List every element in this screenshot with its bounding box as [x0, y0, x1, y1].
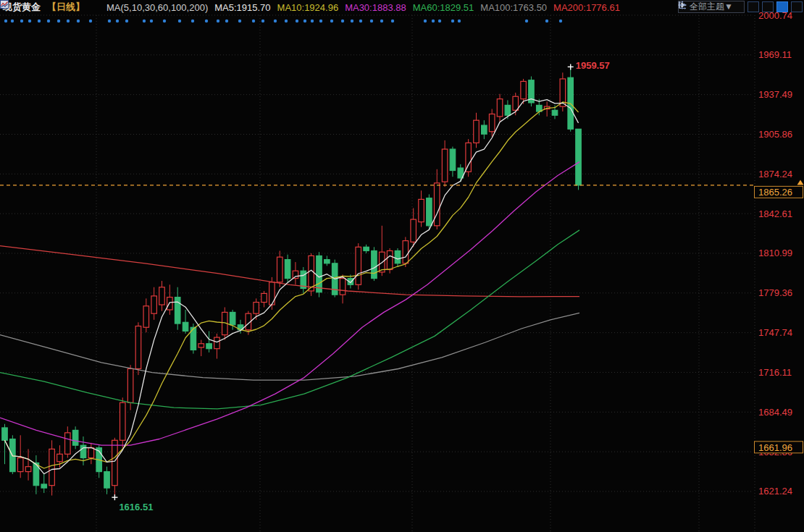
candle-body-down[interactable] [206, 344, 212, 349]
event-dot[interactable] [20, 20, 23, 22]
candle-body-down[interactable] [317, 256, 322, 292]
event-dot[interactable] [351, 20, 353, 22]
candle-body-up[interactable] [127, 368, 133, 402]
candle-body-down[interactable] [41, 484, 47, 488]
event-dot[interactable] [163, 20, 166, 22]
event-dot[interactable] [458, 20, 461, 22]
event-dot[interactable] [77, 20, 80, 22]
event-dot[interactable] [108, 20, 111, 22]
candle-body-up[interactable] [387, 250, 393, 269]
event-dot[interactable] [150, 20, 153, 22]
event-dot[interactable] [341, 20, 344, 22]
event-dot[interactable] [205, 20, 208, 22]
candle-body-down[interactable] [552, 110, 558, 115]
candle-body-up[interactable] [497, 99, 503, 117]
candle-body-up[interactable] [57, 454, 63, 461]
candle-body-up[interactable] [435, 183, 440, 226]
candle-body-up[interactable] [49, 449, 55, 485]
candle-body-up[interactable] [442, 149, 448, 182]
candle-body-up[interactable] [214, 337, 220, 349]
candle-body-down[interactable] [364, 247, 369, 250]
event-dot[interactable] [311, 20, 314, 22]
event-dot[interactable] [274, 20, 277, 22]
candle-body-up[interactable] [521, 81, 527, 98]
export-right-icon[interactable] [791, 1, 803, 12]
candle-body-down[interactable] [505, 105, 511, 115]
candle-body-up[interactable] [293, 271, 298, 278]
event-dot[interactable] [47, 20, 50, 22]
candle-body-up[interactable] [489, 114, 495, 132]
event-dot[interactable] [143, 20, 146, 22]
event-dot[interactable] [303, 20, 306, 22]
event-dot[interactable] [424, 20, 427, 22]
candle-body-up[interactable] [151, 296, 157, 313]
candle-body-down[interactable] [104, 472, 110, 489]
chart-type-icon[interactable] [91, 3, 100, 12]
event-dot[interactable] [319, 20, 322, 22]
event-dot[interactable] [67, 20, 70, 22]
candle-body-down[interactable] [183, 322, 188, 331]
event-dot[interactable] [525, 20, 528, 22]
event-dot[interactable] [4, 20, 7, 22]
period-label[interactable]: 【日线】 [47, 1, 85, 14]
event-dot[interactable] [252, 20, 255, 22]
candle-body-up[interactable] [356, 247, 361, 284]
event-dot[interactable] [545, 20, 548, 22]
candle-body-up[interactable] [25, 467, 31, 472]
event-dot[interactable] [432, 20, 435, 22]
event-dot[interactable] [178, 20, 181, 22]
candle-body-down[interactable] [427, 198, 432, 226]
candle-body-up[interactable] [340, 279, 346, 295]
event-dot[interactable] [391, 20, 394, 22]
candle-body-down[interactable] [80, 445, 86, 457]
candle-body-up[interactable] [112, 440, 118, 485]
candle-body-up[interactable] [135, 326, 141, 369]
candle-body-down[interactable] [450, 149, 456, 170]
event-dot[interactable] [451, 20, 454, 22]
event-dot[interactable] [285, 20, 288, 22]
event-dot[interactable] [380, 20, 383, 22]
candle-body-up[interactable] [88, 448, 94, 458]
latest-price-arrow-icon[interactable] [797, 180, 804, 185]
event-dot[interactable] [261, 20, 264, 22]
candle-body-up[interactable] [261, 293, 267, 302]
event-dot[interactable] [28, 20, 31, 22]
candle-body-down[interactable] [175, 297, 180, 324]
candle-body-up[interactable] [198, 344, 204, 347]
play-to-axis-icon[interactable] [776, 1, 788, 12]
event-dot[interactable] [359, 20, 362, 22]
candle-body-up[interactable] [65, 433, 71, 454]
candle-body-up[interactable] [167, 297, 173, 310]
candle-body-down[interactable] [230, 312, 235, 324]
candle-body-up[interactable] [159, 287, 165, 305]
candle-body-up[interactable] [411, 219, 416, 242]
pan-move-icon[interactable] [748, 1, 759, 12]
event-dot[interactable] [330, 20, 333, 22]
candle-body-up[interactable] [474, 120, 480, 143]
event-dot[interactable] [125, 20, 128, 22]
candle-body-down[interactable] [2, 428, 8, 440]
candle-body-down[interactable] [324, 260, 330, 263]
event-dot[interactable] [559, 20, 562, 22]
candle-body-down[interactable] [395, 250, 401, 263]
candle-body-up[interactable] [254, 303, 259, 314]
candle-body-down[interactable] [482, 125, 487, 134]
axis-scale-icon[interactable] [762, 1, 774, 12]
event-dot[interactable] [38, 20, 41, 22]
event-dot[interactable] [11, 20, 14, 22]
event-dot[interactable] [438, 20, 441, 22]
candle-body-up[interactable] [277, 257, 283, 282]
event-dot[interactable] [57, 20, 60, 22]
theme-dropdown[interactable]: 全部主题▼ [678, 1, 745, 13]
candle-body-up[interactable] [513, 96, 519, 110]
candle-body-down[interactable] [576, 129, 582, 185]
candle-body-up[interactable] [143, 306, 149, 327]
event-dot[interactable] [296, 20, 298, 22]
candle-body-up[interactable] [466, 143, 472, 172]
price-chart-canvas[interactable]: 1959.571616.512000.741969.111937.491905.… [0, 0, 804, 532]
event-dot[interactable] [116, 20, 119, 22]
candle-body-up[interactable] [120, 402, 126, 440]
candle-body-down[interactable] [372, 250, 377, 278]
event-dot[interactable] [225, 20, 228, 22]
event-dot[interactable] [238, 20, 241, 22]
